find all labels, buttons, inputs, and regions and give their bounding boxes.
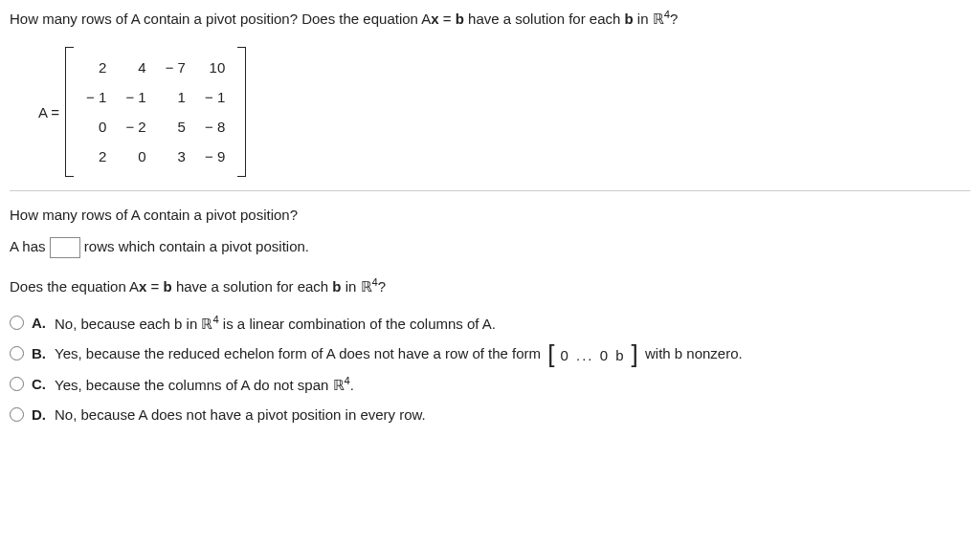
matrix-cell: 4 bbox=[116, 53, 155, 82]
header-eq: = bbox=[439, 11, 456, 27]
matrix-cell: − 9 bbox=[195, 142, 234, 171]
subq2-q: ? bbox=[378, 278, 386, 295]
subq2-eq: = bbox=[146, 278, 163, 295]
matrix-equation: A = 2 4 − 7 10 − 1 − 1 1 − 1 0 − 2 5 − 8 bbox=[38, 47, 970, 177]
choice-d-pre: No, because A does not have a pivot posi… bbox=[55, 406, 426, 423]
choice-b[interactable]: B. Yes, because the reduced echelon form… bbox=[10, 343, 970, 365]
matrix-cell: 1 bbox=[156, 82, 195, 112]
table-row: 2 0 3 − 9 bbox=[77, 142, 234, 171]
choice-label-d: D. bbox=[32, 404, 49, 425]
choice-text-d: No, because A does not have a pivot posi… bbox=[55, 404, 970, 425]
header-bold-b: b bbox=[456, 11, 464, 27]
matrix-cell: 2 bbox=[77, 53, 116, 82]
choice-b-pre: Yes, because the reduced echelon form of… bbox=[55, 345, 545, 361]
row-vector: [0 ... 0 b] bbox=[547, 345, 638, 365]
choice-label-c: C. bbox=[32, 374, 49, 394]
matrix-cell: − 2 bbox=[116, 112, 155, 142]
matrix-cell: − 1 bbox=[77, 82, 116, 112]
choice-text-c: Yes, because the columns of A do not spa… bbox=[55, 374, 970, 396]
matrix-cell: 3 bbox=[156, 142, 195, 171]
choice-label-a: A. bbox=[32, 313, 49, 333]
question-header: How many rows of A contain a pivot posit… bbox=[10, 8, 970, 30]
choice-a[interactable]: A. No, because each b in ℝ4 is a linear … bbox=[10, 313, 970, 335]
choice-text-a: No, because each b in ℝ4 is a linear com… bbox=[55, 313, 970, 335]
choices: A. No, because each b in ℝ4 is a linear … bbox=[10, 313, 970, 425]
choice-text-b: Yes, because the reduced echelon form of… bbox=[55, 343, 970, 365]
choice-c-post: . bbox=[350, 377, 354, 393]
radio-c[interactable] bbox=[10, 377, 24, 391]
divider bbox=[10, 190, 970, 191]
fill-pre: A has bbox=[10, 238, 50, 254]
choice-a-post: is a linear combination of the columns o… bbox=[219, 316, 496, 332]
fill-in-row: A has rows which contain a pivot positio… bbox=[10, 236, 970, 258]
header-bold-x: x bbox=[431, 11, 438, 27]
matrix-cell: 2 bbox=[77, 142, 116, 171]
subq2-b2: b bbox=[332, 278, 341, 295]
matrix-cell: 0 bbox=[116, 142, 155, 171]
header-text-a: How many rows of A contain a pivot posit… bbox=[10, 11, 431, 27]
subq2-txt: have a solution for each bbox=[172, 278, 333, 295]
bracket-left-icon: [ bbox=[547, 344, 554, 363]
choice-c[interactable]: C. Yes, because the columns of A do not … bbox=[10, 374, 970, 396]
bracket-right-icon: ] bbox=[632, 344, 638, 363]
header-R: ℝ bbox=[653, 11, 664, 27]
header-text-b: have a solution for each bbox=[464, 11, 625, 27]
table-row: 0 − 2 5 − 8 bbox=[77, 112, 234, 142]
matrix-A: 2 4 − 7 10 − 1 − 1 1 − 1 0 − 2 5 − 8 2 0… bbox=[65, 47, 246, 177]
rowvec-inner: 0 ... 0 b bbox=[555, 345, 632, 365]
sub-question-1: How many rows of A contain a pivot posit… bbox=[10, 205, 970, 225]
table-row: − 1 − 1 1 − 1 bbox=[77, 82, 234, 112]
choice-d[interactable]: D. No, because A does not have a pivot p… bbox=[10, 404, 970, 425]
choice-b-post: with b nonzero. bbox=[641, 345, 743, 361]
sub-question-2: Does the equation Ax = b have a solution… bbox=[10, 275, 970, 297]
radio-b[interactable] bbox=[10, 346, 24, 360]
fill-post: rows which contain a pivot position. bbox=[80, 238, 309, 254]
matrix-label: A = bbox=[38, 102, 59, 122]
matrix-cell: − 8 bbox=[195, 112, 234, 142]
matrix-cell: 0 bbox=[77, 112, 116, 142]
header-q: ? bbox=[670, 11, 678, 27]
matrix-cell: 10 bbox=[195, 53, 234, 82]
matrix-cell: − 1 bbox=[195, 82, 234, 112]
choice-a-R: ℝ bbox=[201, 317, 212, 332]
subq2-in: in bbox=[342, 278, 361, 295]
matrix-cell: − 7 bbox=[156, 53, 195, 82]
subq2-b: b bbox=[164, 278, 172, 295]
subq2-a: Does the equation A bbox=[10, 278, 139, 295]
header-bold-b2: b bbox=[625, 11, 634, 27]
matrix-table: 2 4 − 7 10 − 1 − 1 1 − 1 0 − 2 5 − 8 2 0… bbox=[77, 53, 234, 171]
pivot-rows-input[interactable] bbox=[50, 237, 80, 258]
header-in: in bbox=[634, 11, 653, 27]
choice-label-b: B. bbox=[32, 343, 49, 363]
matrix-cell: 5 bbox=[156, 112, 195, 142]
choice-c-R: ℝ bbox=[333, 378, 345, 393]
choice-a-pre: No, because each b in bbox=[55, 316, 201, 332]
radio-d[interactable] bbox=[10, 407, 24, 422]
subq2-R: ℝ bbox=[361, 279, 372, 295]
choice-c-pre: Yes, because the columns of A do not spa… bbox=[55, 377, 333, 393]
table-row: 2 4 − 7 10 bbox=[77, 53, 234, 82]
matrix-cell: − 1 bbox=[116, 82, 155, 112]
radio-a[interactable] bbox=[10, 316, 24, 330]
